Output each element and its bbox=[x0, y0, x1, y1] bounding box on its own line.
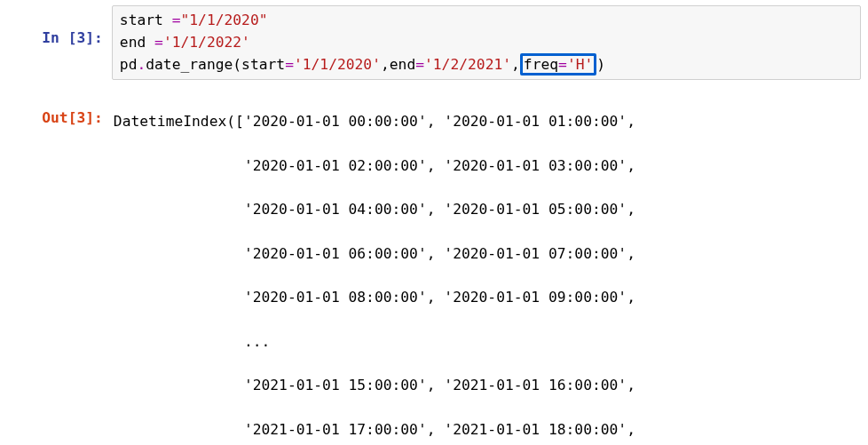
out-line: '2021-01-01 15:00:00', '2021-01-01 16:00… bbox=[114, 375, 861, 397]
out-line: ... bbox=[114, 331, 861, 354]
code-line-1: start ="1/1/2020" bbox=[120, 10, 853, 32]
out-line: '2021-01-01 17:00:00', '2021-01-01 18:00… bbox=[114, 419, 861, 441]
code-input[interactable]: start ="1/1/2020" end ='1/1/2022' pd.dat… bbox=[112, 5, 861, 80]
code-line-2: end ='1/1/2022' bbox=[120, 32, 853, 54]
out-line: '2020-01-01 04:00:00', '2020-01-01 05:00… bbox=[114, 199, 861, 221]
highlighted-freq-kwarg: freq='H' bbox=[520, 53, 596, 75]
out-prompt: Out[3]: bbox=[42, 109, 103, 126]
in-prompt: In [3]: bbox=[42, 29, 103, 46]
out-line: DatetimeIndex(['2020-01-01 00:00:00', '2… bbox=[114, 111, 861, 133]
output-cell: Out[3]: DatetimeIndex(['2020-01-01 00:00… bbox=[7, 85, 861, 445]
out-line: '2020-01-01 06:00:00', '2020-01-01 07:00… bbox=[114, 243, 861, 266]
code-line-3: pd.date_range(start='1/1/2020',end='1/2/… bbox=[120, 54, 853, 76]
input-cell: In [3]: start ="1/1/2020" end ='1/1/2022… bbox=[7, 5, 861, 80]
output-text: DatetimeIndex(['2020-01-01 00:00:00', '2… bbox=[112, 85, 861, 445]
out-line: '2020-01-01 08:00:00', '2020-01-01 09:00… bbox=[114, 287, 861, 309]
out-line: '2020-01-01 02:00:00', '2020-01-01 03:00… bbox=[114, 155, 861, 178]
